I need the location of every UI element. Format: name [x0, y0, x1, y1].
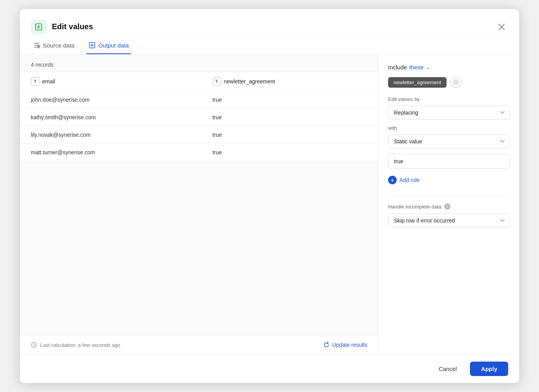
plus-circle-icon — [453, 79, 459, 85]
right-panel: Include these ⌄ newletter_agreement Edit… — [379, 55, 519, 354]
main-panel: 4 records T email T newl — [20, 55, 379, 354]
tab-source-label: Source data — [43, 42, 74, 49]
data-table: T email T newletter_agreement — [20, 72, 378, 161]
last-calculation: Last calculation: a few seconds ago — [31, 342, 120, 348]
row1-value: true — [202, 91, 378, 109]
handle-incomplete-dropdown[interactable]: Skip row if error occurred Fill with def… — [388, 214, 510, 228]
include-label: Include — [388, 64, 407, 71]
with-label: with — [388, 125, 510, 131]
tabs-bar: Source data Output data — [20, 36, 519, 55]
column-tag[interactable]: newletter_agreement — [388, 77, 447, 88]
edit-by-dropdown[interactable]: Replacing Adding Removing — [388, 106, 510, 120]
apply-button[interactable]: Apply — [470, 362, 508, 376]
add-rule-circle-icon: + — [388, 176, 397, 184]
with-dropdown[interactable]: Static value Dynamic value Formula — [388, 134, 510, 148]
close-icon — [498, 23, 505, 30]
update-results-button[interactable]: Update results — [323, 342, 367, 348]
static-value-input[interactable] — [388, 154, 510, 169]
add-rule-label: Add rule — [399, 177, 420, 183]
row2-value: true — [202, 109, 378, 126]
col-email-label: email — [42, 78, 55, 85]
table-row: kathy.smith@synerise.com true — [20, 109, 378, 126]
edit-values-modal: Edit values Source data Output data — [20, 9, 519, 383]
output-data-icon — [89, 42, 96, 49]
newsletter-type-badge: T — [213, 77, 221, 86]
include-these-button[interactable]: these — [409, 64, 424, 71]
row3-value: true — [202, 126, 378, 144]
tab-output-label: Output data — [98, 42, 129, 49]
email-type-badge: T — [31, 77, 39, 86]
tab-source-data[interactable]: Source data — [31, 36, 77, 54]
records-count: 4 records — [20, 55, 378, 72]
table-footer: Last calculation: a few seconds ago Upda… — [20, 335, 378, 354]
row2-email: kathy.smith@synerise.com — [20, 109, 202, 126]
row1-email: john.doe@synerise.com — [20, 91, 202, 109]
col-header-newsletter: T newletter_agreement — [202, 72, 378, 91]
close-button[interactable] — [495, 22, 508, 32]
include-chevron-icon[interactable]: ⌄ — [426, 64, 430, 70]
row4-email: matt.turner@synerise.com — [20, 144, 202, 161]
modal-footer: Cancel Apply — [20, 354, 519, 383]
last-calc-text: Last calculation: a few seconds ago — [40, 342, 120, 348]
table-header-row: T email T newletter_agreement — [20, 72, 378, 91]
tags-row: newletter_agreement — [388, 77, 510, 88]
include-row: Include these ⌄ — [388, 64, 510, 71]
source-data-icon — [33, 42, 40, 49]
clock-icon — [31, 342, 37, 348]
edit-values-by-label: Edit values by — [388, 96, 510, 102]
modal-title: Edit values — [52, 22, 495, 31]
refresh-icon — [323, 342, 330, 348]
handle-incomplete-row: Handle incomplete data i — [388, 203, 510, 210]
cancel-button[interactable]: Cancel — [430, 362, 466, 376]
handle-incomplete-label: Handle incomplete data — [388, 204, 441, 210]
modal-body: 4 records T email T newl — [20, 55, 519, 354]
section-separator — [388, 195, 510, 196]
info-icon[interactable]: i — [444, 203, 450, 210]
update-results-label: Update results — [332, 342, 367, 348]
table-row: lily.novak@synerise.com true — [20, 126, 378, 144]
add-rule-button[interactable]: + Add rule — [388, 176, 510, 184]
row4-value: true — [202, 144, 378, 161]
table-row: john.doe@synerise.com true — [20, 91, 378, 109]
modal-header: Edit values — [20, 9, 519, 36]
row3-email: lily.novak@synerise.com — [20, 126, 202, 144]
col-header-email: T email — [20, 72, 202, 91]
add-tag-button[interactable] — [450, 77, 461, 88]
table-row: matt.turner@synerise.com true — [20, 144, 378, 161]
tab-output-data[interactable]: Output data — [86, 36, 131, 54]
modal-logo — [31, 19, 46, 35]
logo-icon — [34, 23, 43, 31]
col-newsletter-label: newletter_agreement — [224, 78, 275, 85]
